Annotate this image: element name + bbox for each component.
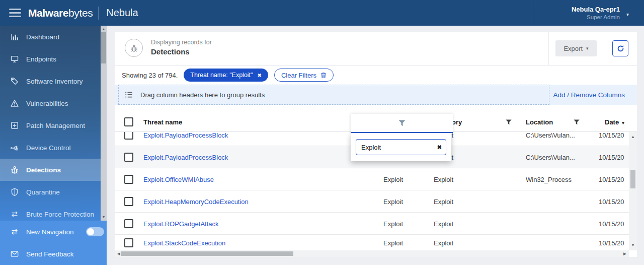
page-subtitle: Displaying records for [151,39,212,46]
sidebar-scrollbar[interactable]: ▲ ▼ [101,26,107,221]
table-row[interactable]: Exploit.ROPGadgetAttack Exploit Exploit … [115,213,629,235]
scrollbar-thumb[interactable] [630,170,635,188]
column-header-threat-name[interactable]: Threat name [143,118,182,125]
brand-logo-light: bytes [68,7,93,19]
date-cell: 10/15/20 [599,132,629,139]
envelope-icon [10,249,19,258]
clear-filters-button[interactable]: Clear Filters [274,69,334,82]
date-cell: 10/15/20 [599,239,629,246]
row-checkbox[interactable] [124,175,133,184]
row-checkbox[interactable] [124,153,133,162]
swap-arrows-icon [10,210,19,219]
sidebar-item-label: Detections [26,166,61,174]
threat-name-link[interactable]: Exploit.StackCodeExecution [143,239,225,246]
swap-arrows-icon [10,227,19,236]
scroll-right-arrow[interactable]: ▶ [621,250,628,257]
date-cell: 10/15/20 [599,197,630,205]
row-checkbox[interactable] [124,197,133,206]
scrollbar-thumb[interactable] [101,32,106,63]
sidebar-nav: Dashboard Endpoints Software Inventory V… [0,26,101,221]
row-checkbox[interactable] [124,219,133,228]
table-horizontal-scrollbar[interactable]: ◀ ▶ [115,250,629,257]
sidebar-item-label: Software Inventory [26,78,83,85]
user-name: Nebula Qa-epr1 [572,6,620,14]
select-all-checkbox[interactable] [124,117,133,126]
threat-name-link[interactable]: Exploit.ROPGadgetAttack [143,220,219,227]
location-cell: C:\Users\Vulan... [526,132,575,139]
sidebar-item-label: Device Control [26,144,71,152]
sidebar-item-software-inventory[interactable]: Software Inventory [0,70,101,92]
export-button[interactable]: Export ▾ [555,40,597,56]
active-filter-header-cell[interactable] [351,114,453,133]
user-menu[interactable]: Nebula Qa-epr1 Super Admin ▾ [572,6,629,21]
trash-icon [320,72,327,79]
sidebar-item-new-navigation[interactable]: New Navigation [0,221,107,243]
type-cell: Exploit [383,175,403,183]
sidebar-item-brute-force-protection[interactable]: Brute Force Protection [0,203,101,221]
category-filter-icon[interactable] [506,119,512,125]
threat-name-link[interactable]: Exploit.PayloadProcessBlock [143,153,228,161]
threat-name-link[interactable]: Exploit.HeapMemoryCodeExecution [143,197,249,205]
scroll-down-arrow[interactable]: ▼ [101,214,107,220]
filter-input[interactable] [356,139,446,155]
page-title: Detections [151,47,190,56]
sidebar-item-vulnerabilities[interactable]: Vulnerabilities [0,92,101,114]
header-section-divider [548,32,549,65]
table-row[interactable]: Exploit.StackCodeExecution Exploit Explo… [115,235,629,250]
bug-icon [130,44,138,52]
table-row[interactable]: Exploit.HeapMemoryCodeExecution Exploit … [115,190,629,213]
sidebar-item-label: Patch Management [26,122,85,129]
clear-input-icon[interactable]: ✖ [437,144,442,151]
threat-name-link[interactable]: Exploit.OfficeWMIAbuse [143,175,214,183]
threat-name-filter-chip[interactable]: Threat name: "Exploit" ✖ [184,69,268,82]
column-header-location[interactable]: Location [526,118,553,125]
scroll-up-arrow[interactable]: ▲ [629,134,637,141]
bar-chart-icon [10,32,19,41]
refresh-button[interactable] [612,40,628,56]
location-filter-icon[interactable] [574,119,580,125]
sidebar-item-endpoints[interactable]: Endpoints [0,48,101,70]
showing-records-text: Showing 23 of 794. [122,72,178,79]
group-panel-text: Drag column headers here to group result… [140,91,265,99]
table-row[interactable]: Exploit.OfficeWMIAbuse Exploit Exploit W… [115,168,629,190]
scrollbar-thumb[interactable] [121,251,293,256]
usb-icon [10,143,19,152]
user-divider [533,4,533,23]
sidebar-item-dashboard[interactable]: Dashboard [0,26,101,48]
sidebar-item-label: Vulnerabilities [26,100,68,107]
remove-filter-icon[interactable]: ✖ [258,73,262,78]
scroll-down-arrow[interactable]: ▼ [629,242,637,249]
table-vertical-scrollbar[interactable]: ▲ ▼ [629,132,637,250]
filter-funnel-icon [398,120,406,126]
brand-logo-bold: Malware [28,7,68,19]
sidebar-item-detections[interactable]: Detections [0,159,101,181]
type-cell: Exploit [383,239,403,246]
scroll-up-arrow[interactable]: ▲ [101,26,107,32]
sidebar-item-label: Endpoints [26,55,56,63]
group-drop-zone[interactable]: Drag column headers here to group result… [118,85,549,105]
filter-chip-label: Threat name: "Exploit" [190,72,253,79]
detections-page-icon [125,39,143,57]
location-cell: Win32_Process [526,175,572,183]
monitor-icon [10,54,19,63]
sidebar-item-quarantine[interactable]: Quarantine [0,181,101,203]
sidebar-item-device-control[interactable]: Device Control [0,137,101,159]
brand-logo: Malwarebytes [28,7,93,19]
detections-card: Displaying records for Detections Export… [115,32,637,257]
menu-icon[interactable] [9,9,21,17]
date-cell: 10/15/20 [599,220,630,227]
sidebar-bottom-panel: New Navigation Send Feedback [0,221,107,265]
card-header: Displaying records for Detections Export… [115,32,637,65]
group-list-icon [125,91,133,98]
row-checkbox[interactable] [124,238,133,247]
row-checkbox[interactable] [124,132,133,140]
refresh-icon [616,44,625,53]
type-cell: Exploit [383,197,403,205]
add-remove-columns-link[interactable]: Add / Remove Columns [553,85,625,105]
sidebar-item-send-feedback[interactable]: Send Feedback [0,243,107,265]
sidebar-item-patch-management[interactable]: Patch Management [0,114,101,137]
column-header-date[interactable]: Date▾ [605,118,624,125]
warning-triangle-icon [10,99,19,108]
new-navigation-toggle[interactable] [86,227,104,236]
threat-name-link[interactable]: Exploit.PayloadProcessBlock [143,132,228,139]
